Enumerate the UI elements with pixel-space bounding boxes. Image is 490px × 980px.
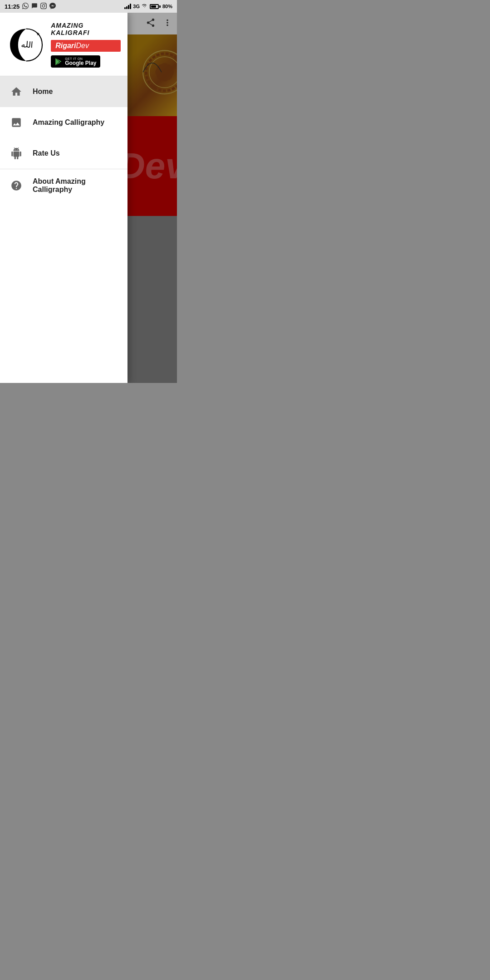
google-play-label: Google Play — [65, 60, 96, 66]
content-dim-overlay[interactable] — [127, 13, 177, 383]
android-icon — [9, 146, 24, 161]
menu-item-rate-us[interactable]: Rate Us — [0, 138, 127, 169]
signal-bars — [124, 4, 131, 9]
messenger-icon — [49, 3, 56, 10]
menu-item-about[interactable]: About Amazing Calligraphy — [0, 169, 127, 202]
image-icon — [9, 115, 24, 130]
home-label: Home — [33, 88, 53, 96]
google-play-icon — [54, 58, 63, 66]
network-type: 3G — [133, 4, 140, 9]
svg-text:الله: الله — [21, 39, 34, 49]
message-icon — [31, 3, 38, 10]
status-bar: 11:25 — [0, 0, 177, 13]
status-left: 11:25 — [5, 3, 56, 10]
app-logo: الله ★ — [7, 24, 45, 65]
status-right: 3G 80% — [124, 4, 172, 9]
amazing-calligraphy-label: Amazing Calligraphy — [33, 118, 104, 127]
main-content-area: Dev — [127, 13, 177, 383]
whatsapp-icon — [22, 3, 29, 10]
status-time: 11:25 — [5, 3, 20, 10]
main-layout: الله ★ AMAZING KALIGRAFI RigariDev GET I… — [0, 13, 177, 383]
dev-text: Dev — [76, 42, 88, 49]
drawer: الله ★ AMAZING KALIGRAFI RigariDev GET I… — [0, 13, 127, 383]
drawer-menu: Home Amazing Calligraphy — [0, 76, 127, 383]
rigaridev-badge: RigariDev — [51, 40, 121, 52]
google-play-badge[interactable]: GET IT ON Google Play — [51, 55, 100, 68]
instagram-icon — [40, 3, 47, 10]
about-label: About Amazing Calligraphy — [33, 177, 118, 194]
rate-us-label: Rate Us — [33, 149, 60, 157]
google-play-text: GET IT ON Google Play — [65, 57, 96, 66]
rigari-text: Rigari — [55, 42, 76, 49]
help-icon — [9, 178, 24, 193]
menu-item-home[interactable]: Home — [0, 76, 127, 107]
battery-icon — [150, 4, 161, 9]
svg-text:★: ★ — [36, 31, 40, 36]
drawer-header: الله ★ AMAZING KALIGRAFI RigariDev GET I… — [0, 13, 127, 76]
drawer-header-content: AMAZING KALIGRAFI RigariDev GET IT ON Go… — [51, 22, 121, 68]
home-icon — [9, 84, 24, 99]
battery-percent: 80% — [162, 4, 172, 9]
wifi-icon — [142, 4, 148, 9]
menu-item-amazing-calligraphy[interactable]: Amazing Calligraphy — [0, 107, 127, 138]
app-title: AMAZING KALIGRAFI — [51, 22, 121, 36]
